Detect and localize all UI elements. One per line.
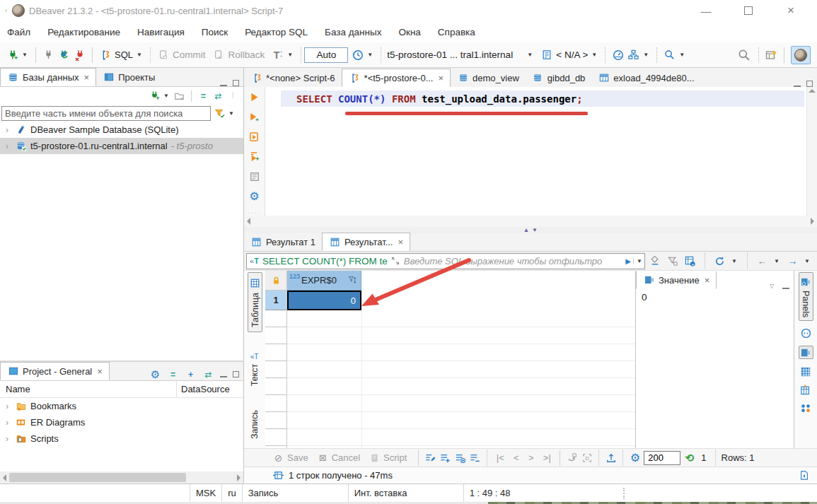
tab-databases[interactable]: Базы данных ×	[0, 68, 96, 86]
tab-project-general[interactable]: Project - General ×	[0, 362, 110, 380]
cancel-button[interactable]: Cancel	[332, 452, 360, 463]
metadata-panel-icon[interactable]	[800, 365, 812, 377]
tab-project-close-icon[interactable]: ×	[97, 366, 103, 377]
presentation-tab-text[interactable]: Текст «T	[249, 348, 260, 390]
export-data-icon[interactable]	[605, 452, 617, 464]
aggregate-panel-icon[interactable]	[800, 384, 812, 396]
new-connection-dropdown[interactable]: ▼	[22, 52, 29, 58]
first-row-icon[interactable]: |<	[493, 452, 507, 464]
selected-cell[interactable]: 0	[287, 291, 361, 310]
record-mode-icon[interactable]	[800, 327, 812, 339]
prev-row-icon[interactable]: <	[510, 452, 522, 464]
expand-filter-icon[interactable]	[390, 255, 402, 267]
tab-value-close-icon[interactable]: ×	[705, 275, 710, 286]
editor-vscrollbar[interactable]	[806, 87, 817, 216]
project-expand-icon[interactable]: +	[185, 368, 197, 380]
close-button[interactable]: ×	[775, 1, 807, 20]
tab-script-6[interactable]: *<none> Script-6	[244, 69, 342, 87]
tab-result-2[interactable]: Результат... ×	[322, 233, 410, 251]
execute-script-new-icon[interactable]: +	[248, 151, 260, 163]
status-caret-position[interactable]: 1 : 49 : 48	[463, 484, 622, 502]
value-content[interactable]: 0	[636, 289, 794, 305]
project-hscrollbar[interactable]	[0, 471, 243, 484]
tab-close-icon[interactable]: ×	[438, 73, 444, 83]
panels-tab[interactable]: Panels	[799, 272, 813, 321]
expander-icon[interactable]: ›	[3, 434, 11, 444]
status-locale[interactable]: ru	[221, 484, 242, 502]
object-search-input[interactable]	[1, 106, 211, 121]
apply-filter-icon[interactable]: ▶	[625, 257, 631, 265]
expander-icon[interactable]: ›	[3, 141, 11, 151]
grid-settings-icon[interactable]: ⚙	[629, 452, 641, 464]
output-panel-icon[interactable]	[798, 469, 810, 481]
menu-database[interactable]: База данных	[325, 27, 381, 37]
menu-navigate[interactable]: Навигация	[137, 27, 185, 37]
project-minimize-icon[interactable]	[220, 372, 227, 377]
menu-file[interactable]: Файл	[7, 27, 30, 37]
value-view-toggle-icon[interactable]	[799, 346, 813, 359]
perspective-icon[interactable]	[765, 49, 777, 61]
refresh-dropdown[interactable]: ▼	[731, 258, 738, 264]
commit-mode-combo[interactable]: Auto	[304, 47, 348, 63]
schema-combo[interactable]: < N/A > ▼	[537, 49, 602, 61]
fetch-all-icon[interactable]: D	[581, 452, 593, 464]
rerun-query-icon[interactable]: ⟲	[683, 452, 695, 464]
nav-menu-grip-icon[interactable]: ⁞	[227, 90, 239, 102]
presentation-tab-grid[interactable]: Таблица	[248, 272, 262, 332]
execute-script-icon[interactable]	[248, 131, 260, 143]
datasource-combo[interactable]: t5-prostore-01 ... tral1.internal ▼	[384, 49, 537, 60]
explain-plan-icon[interactable]	[248, 170, 260, 182]
filter-dropdown[interactable]: ▼	[228, 110, 236, 117]
delete-row-icon[interactable]	[469, 452, 481, 464]
new-connection-icon[interactable]: +	[6, 49, 18, 61]
tab-close-icon[interactable]: ×	[398, 237, 404, 247]
next-row-icon[interactable]: >	[525, 452, 537, 464]
filters-menu-icon[interactable]	[666, 255, 678, 267]
project-item-scripts[interactable]: › Scripts	[0, 430, 243, 447]
last-row-icon[interactable]: >|	[540, 452, 554, 464]
tab-gibdd-db[interactable]: gibdd_db	[526, 69, 592, 87]
generate-script-button[interactable]: Script	[383, 452, 407, 463]
new-folder-icon[interactable]: +	[173, 90, 185, 102]
er-diagram-icon[interactable]	[627, 49, 639, 61]
tab-value[interactable]: Значение ×	[636, 271, 717, 289]
diagram-dropdown[interactable]: ▼	[643, 52, 650, 58]
sql-statement[interactable]: SELECT COUNT(*) FROM test_upload_data.pa…	[296, 93, 583, 105]
column-name[interactable]: Name	[0, 384, 30, 394]
dashboard-icon[interactable]	[612, 49, 624, 61]
expander-icon[interactable]: ›	[3, 125, 11, 135]
editor-body[interactable]: + + ⚙ ···· ! SELECT COUNT(*) FROM test_u…	[244, 87, 817, 216]
grid-corner[interactable]	[265, 271, 286, 291]
link-editor-icon[interactable]: ⇄	[212, 90, 224, 102]
rollback-button[interactable]: Rollback	[209, 49, 269, 61]
project-item-bookmarks[interactable]: › Bookmarks	[0, 398, 243, 414]
tab-script-7[interactable]: *<t5-prostore-0... ×	[342, 69, 451, 87]
reconnect-icon[interactable]	[58, 49, 70, 61]
new-sql-editor-button[interactable]: SQL ▼	[95, 49, 147, 61]
commit-button[interactable]: Commit	[153, 49, 209, 61]
clear-filter-icon[interactable]	[649, 255, 661, 267]
execute-statement-icon[interactable]	[248, 91, 260, 103]
tab-exload[interactable]: exload_4994de80...	[591, 69, 700, 87]
fetch-size-input[interactable]	[644, 451, 680, 465]
refresh-results-icon[interactable]	[714, 255, 726, 267]
menu-search[interactable]: Поиск	[202, 27, 228, 37]
menu-edit[interactable]: Редактирование	[47, 27, 120, 37]
nav-back-dropdown[interactable]: ▼	[774, 258, 781, 264]
menu-window[interactable]: Окна	[398, 27, 420, 37]
nav-new-connection-icon[interactable]: +	[149, 90, 161, 102]
project-link-icon[interactable]: ⇄	[202, 368, 214, 380]
row-number[interactable]: 1	[265, 291, 286, 310]
sql-dropdown[interactable]: ▼	[137, 52, 144, 58]
search-dropdown[interactable]: ▼	[679, 52, 686, 58]
filter-input-box[interactable]: «T SELECT COUNT(*) FROM te Введите SQL в…	[246, 253, 645, 269]
db-panel-minimize-icon[interactable]	[220, 81, 227, 86]
tx-history-icon[interactable]	[352, 49, 364, 61]
tree-item-t5-prostore[interactable]: › t5-prostore-01.ru-central1.internal - …	[0, 138, 243, 154]
minimize-button[interactable]: —	[690, 1, 722, 20]
dbeaver-perspective-button[interactable]	[791, 46, 811, 64]
presentation-tab-record[interactable]: Запись	[249, 406, 260, 443]
menu-sql-editor[interactable]: Редактор SQL	[245, 27, 308, 37]
edit-cell-icon[interactable]	[424, 452, 436, 464]
status-timezone[interactable]: MSK	[190, 484, 221, 502]
